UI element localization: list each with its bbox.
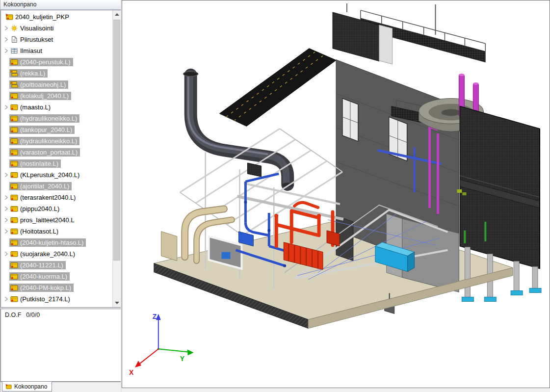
panel-title: Kokoonpano bbox=[0, 0, 121, 10]
assembly-icon bbox=[10, 58, 18, 66]
tree-item[interactable]: (rekka.L) bbox=[1, 68, 112, 79]
scrollbar-track[interactable] bbox=[113, 19, 121, 299]
3d-scene: Z Y X bbox=[122, 0, 550, 388]
tree-item[interactable]: (polttoaineohj.L) bbox=[1, 79, 112, 90]
dof-panel: D.O.F0/0/0 bbox=[0, 309, 121, 382]
tree-item-label: (suojarake_2040.L) bbox=[20, 250, 75, 258]
tree-item[interactable]: (Putkisto_2174.L) bbox=[1, 293, 112, 305]
tree-item-label: pros_laitteet2040.L bbox=[20, 216, 75, 224]
assembly-root-icon bbox=[5, 13, 13, 21]
tree-item[interactable]: (nostinlaite.L) bbox=[1, 158, 112, 169]
expand-arrow-icon[interactable] bbox=[4, 251, 9, 257]
tree-item-label: (polttoaineohj.L) bbox=[20, 81, 66, 88]
tree-root-label: 2040_kuljetin_PKP bbox=[15, 13, 69, 21]
tree-item-partial[interactable] bbox=[1, 305, 112, 307]
tree-item-label: Piirustukset bbox=[20, 36, 53, 43]
drawings-icon bbox=[10, 36, 18, 43]
visualization-icon bbox=[10, 25, 18, 32]
assembly-icon bbox=[10, 104, 18, 111]
assembly-icon bbox=[10, 115, 18, 122]
assembly-icon bbox=[10, 239, 18, 246]
tree-item[interactable]: (maasto.L) bbox=[1, 102, 112, 113]
assembly-tab-icon bbox=[5, 384, 12, 390]
assembly-icon bbox=[10, 216, 18, 224]
axis-triad: Z Y X bbox=[129, 313, 194, 376]
tree-item-label: (tankopur_2040.L) bbox=[20, 126, 72, 133]
tree-item[interactable]: (Hoitotasot.L) bbox=[1, 226, 112, 237]
3d-viewport[interactable]: Z Y X bbox=[122, 0, 550, 388]
tree-item[interactable]: (terasrakent2040.L) bbox=[1, 192, 112, 203]
assembly-icon bbox=[10, 92, 18, 100]
tree-item-label: (Hoitotasot.L) bbox=[20, 228, 58, 235]
tree-root-item[interactable]: 2040_kuljetin_PKP bbox=[1, 11, 112, 23]
assembly-icon bbox=[10, 126, 18, 133]
tree-item-label: (2040-perustuk.L) bbox=[20, 58, 71, 66]
tree-scrollbar[interactable] bbox=[112, 10, 121, 307]
assembly-multi-icon bbox=[10, 70, 18, 77]
tree-item[interactable]: (pippu2040.L) bbox=[1, 203, 112, 214]
tree-item[interactable]: (kolakulj_2040.L) bbox=[1, 90, 112, 102]
tree-item-label: (nostinlaite.L) bbox=[20, 160, 58, 167]
assembly-icon bbox=[10, 194, 18, 201]
mesh-box bbox=[247, 163, 261, 177]
tree-item-label: (ajoritilat_2040.L) bbox=[20, 183, 69, 190]
tree-item[interactable]: (ajoritilat_2040.L) bbox=[1, 181, 112, 192]
tree-item-label: Visualisointi bbox=[20, 25, 53, 32]
tree-item-label: (2040-PM-kokp.L) bbox=[20, 284, 71, 291]
assembly-icon bbox=[10, 171, 18, 179]
tree-item[interactable]: (hydraulikoneikko.L) bbox=[1, 135, 112, 147]
expand-arrow-icon[interactable] bbox=[4, 105, 9, 110]
tree-item[interactable]: (varaston_portaat.L) bbox=[1, 147, 112, 158]
assembly-icon bbox=[10, 307, 18, 307]
scroll-down-button[interactable] bbox=[113, 299, 121, 307]
tree-item-label: (varaston_portaat.L) bbox=[20, 149, 78, 156]
tree-item-label: (KLperustuk_2040.L) bbox=[20, 171, 79, 179]
scroll-up-button[interactable] bbox=[113, 10, 121, 19]
tree-item-label: (2040-kuljetin-htaso.L) bbox=[20, 239, 83, 246]
axis-y bbox=[158, 349, 188, 352]
assembly-icon bbox=[10, 149, 18, 156]
tree-item[interactable]: pros_laitteet2040.L bbox=[1, 214, 112, 226]
assembly-icon bbox=[10, 250, 18, 258]
expand-arrow-icon[interactable] bbox=[4, 195, 9, 200]
mesh-tower bbox=[333, 3, 393, 64]
tree-item[interactable]: (KLperustuk_2040.L) bbox=[1, 169, 112, 181]
tree-item[interactable]: (2040-kuljetin-htaso.L) bbox=[1, 237, 112, 248]
tree-item[interactable]: Ilmiasut bbox=[1, 45, 112, 56]
assembly-tree: 2040_kuljetin_PKP Visualisointi Piirustu… bbox=[0, 10, 121, 308]
assembly-icon bbox=[10, 137, 18, 145]
tree-item-label: (kolakulj_2040.L) bbox=[20, 92, 69, 100]
tab-label: Kokoonpano bbox=[14, 383, 47, 390]
tree-item[interactable]: (2040-11221.L) bbox=[1, 260, 112, 271]
tree-item[interactable]: (tankopur_2040.L) bbox=[1, 124, 112, 135]
expand-arrow-icon[interactable] bbox=[4, 296, 9, 302]
assembly-multi-icon bbox=[10, 81, 18, 88]
tree-item-label: (hydraulikoneikko.L) bbox=[20, 137, 77, 145]
expand-arrow-icon[interactable] bbox=[4, 37, 9, 42]
expand-arrow-icon[interactable] bbox=[4, 217, 9, 223]
assembly-icon bbox=[10, 228, 18, 235]
scrollbar-thumb[interactable] bbox=[113, 20, 120, 261]
tree-item-label: (rekka.L) bbox=[20, 70, 45, 77]
tree-item[interactable]: (2040-PM-kokp.L) bbox=[1, 282, 112, 293]
tree-item[interactable]: Visualisointi bbox=[1, 23, 112, 34]
tree-item-list: Visualisointi Piirustukset Ilmiasut (204… bbox=[1, 23, 112, 307]
views-icon bbox=[10, 47, 18, 54]
tree-item[interactable]: (2040-perustuk.L) bbox=[1, 56, 112, 68]
assembly-icon bbox=[10, 261, 18, 269]
expand-arrow-icon[interactable] bbox=[4, 172, 9, 178]
expand-arrow-icon[interactable] bbox=[4, 48, 9, 53]
tree-item-label: (terasrakent2040.L) bbox=[20, 194, 76, 201]
tree-item[interactable]: (2040-kuorma.L) bbox=[1, 271, 112, 282]
building-roof bbox=[220, 49, 336, 127]
assembly-icon bbox=[10, 205, 18, 212]
tree-item[interactable]: (hydraulikoneikko.L) bbox=[1, 113, 112, 124]
tree-item-label: (2040-kuorma.L) bbox=[20, 273, 67, 280]
expand-arrow-icon[interactable] bbox=[4, 229, 9, 234]
tree-item[interactable]: (suojarake_2040.L) bbox=[1, 248, 112, 260]
tree-content: 2040_kuljetin_PKP Visualisointi Piirustu… bbox=[1, 10, 112, 307]
expand-arrow-icon[interactable] bbox=[4, 26, 9, 31]
expand-arrow-icon[interactable] bbox=[4, 206, 9, 211]
tab-kokoonpano[interactable]: Kokoonpano bbox=[2, 382, 52, 392]
tree-item[interactable]: Piirustukset bbox=[1, 34, 112, 45]
